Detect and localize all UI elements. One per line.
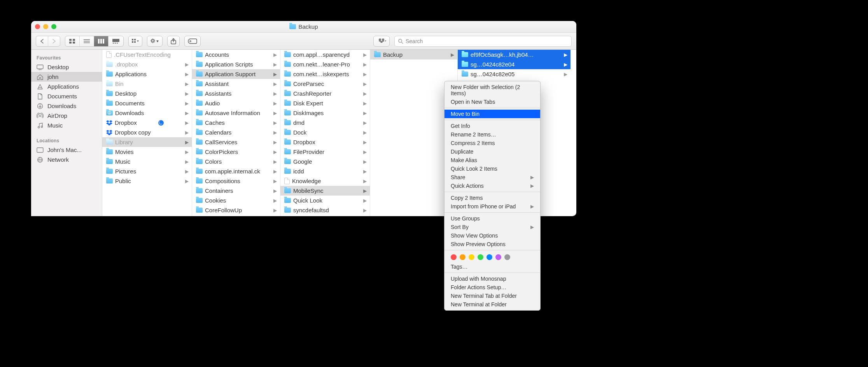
tag-color-dot[interactable] <box>451 254 457 260</box>
list-item[interactable]: Dropbox▶ <box>280 137 370 147</box>
tag-color-dot[interactable] <box>486 254 492 260</box>
menu-item-compress-2-items[interactable]: Compress 2 Items <box>444 139 540 147</box>
list-item[interactable]: Downloads▶ <box>102 108 192 118</box>
list-item[interactable]: dmd▶ <box>280 118 370 128</box>
list-item[interactable]: com.apple.internal.ck▶ <box>192 166 280 176</box>
list-item[interactable]: ef9fOc5asgk…kh,jb042463▶ <box>458 50 570 59</box>
menu-item-new-terminal-tab-at-folder[interactable]: New Terminal Tab at Folder <box>444 292 540 300</box>
list-item[interactable]: Application Support▶ <box>192 69 280 79</box>
menu-item-get-info[interactable]: Get Info <box>444 122 540 130</box>
list-item[interactable]: Desktop▶ <box>102 89 192 98</box>
menu-item-quick-look-2-items[interactable]: Quick Look 2 Items <box>444 164 540 173</box>
menu-item-import-from-iphone-or-ipad[interactable]: Import from iPhone or iPad▶ <box>444 202 540 211</box>
action-menu-button[interactable] <box>147 36 163 47</box>
list-item[interactable]: CoreParsec▶ <box>280 79 370 89</box>
list-item[interactable]: Documents▶ <box>102 98 192 108</box>
menu-item-quick-actions[interactable]: Quick Actions▶ <box>444 182 540 190</box>
list-item[interactable]: CallServices▶ <box>192 137 280 147</box>
menu-item-sort-by[interactable]: Sort By▶ <box>444 223 540 231</box>
column-view-button[interactable] <box>94 36 108 46</box>
list-item[interactable]: Cookies▶ <box>192 196 280 205</box>
menu-item-folder-actions-setup[interactable]: Folder Actions Setup… <box>444 283 540 292</box>
list-item[interactable]: Backup▶ <box>370 50 457 59</box>
menu-item-rename-2-items[interactable]: Rename 2 Items… <box>444 130 540 139</box>
group-by-button[interactable] <box>128 36 142 47</box>
icon-view-button[interactable] <box>65 36 80 46</box>
list-item[interactable]: CrashReporter▶ <box>280 89 370 98</box>
list-item[interactable]: Dock▶ <box>280 128 370 137</box>
list-item[interactable]: Assistants▶ <box>192 89 280 98</box>
tags-button[interactable] <box>184 36 201 47</box>
sidebar-item-john-s-mac-[interactable]: John's Mac... <box>31 145 102 155</box>
forward-button[interactable] <box>48 36 60 46</box>
list-item[interactable]: FileProvider▶ <box>280 147 370 157</box>
close-window-button[interactable] <box>35 24 40 29</box>
menu-item-move-to-bin[interactable]: Move to Bin <box>444 110 540 118</box>
back-button[interactable] <box>36 36 48 46</box>
menu-item-share[interactable]: Share▶ <box>444 173 540 182</box>
menu-item-copy-2-items[interactable]: Copy 2 Items <box>444 194 540 202</box>
tag-color-dot[interactable] <box>504 254 510 260</box>
sidebar-item-network[interactable]: Network <box>31 155 102 164</box>
list-item[interactable]: .CFUserTextEncoding <box>102 50 192 59</box>
list-item[interactable]: com.appl…sparencyd▶ <box>280 50 370 59</box>
list-item[interactable]: Audio▶ <box>192 98 280 108</box>
sidebar-item-downloads[interactable]: Downloads <box>31 101 102 111</box>
tag-color-dot[interactable] <box>478 254 483 260</box>
list-item[interactable]: Disk Expert▶ <box>280 98 370 108</box>
dropbox-toolbar-button[interactable] <box>373 36 390 47</box>
menu-item-new-terminal-at-folder[interactable]: New Terminal at Folder <box>444 300 540 309</box>
list-item[interactable]: Compositions▶ <box>192 176 280 186</box>
menu-item-duplicate[interactable]: Duplicate <box>444 147 540 156</box>
list-item[interactable]: com.nekt…leaner-Pro▶ <box>280 59 370 69</box>
sidebar-item-music[interactable]: Music <box>31 121 102 130</box>
list-item[interactable]: Bin▶ <box>102 79 192 89</box>
list-item[interactable]: Dropbox▶ <box>102 118 192 128</box>
sidebar-item-documents[interactable]: Documents <box>31 91 102 101</box>
list-item[interactable]: Accounts▶ <box>192 50 280 59</box>
list-item[interactable]: Library▶ <box>102 137 192 147</box>
list-item[interactable]: com.nekt…iskexperts▶ <box>280 69 370 79</box>
search-field[interactable]: Search <box>394 36 572 47</box>
share-button[interactable] <box>167 36 180 47</box>
list-item[interactable]: CoreFollowUp▶ <box>192 205 280 215</box>
list-item[interactable]: Calendars▶ <box>192 128 280 137</box>
list-item[interactable]: .dropbox▶ <box>102 59 192 69</box>
menu-item-tags[interactable]: Tags… <box>444 262 540 271</box>
list-item[interactable]: sg…0424c82e05▶ <box>458 69 570 79</box>
list-item[interactable]: Autosave Information▶ <box>192 108 280 118</box>
list-item[interactable]: Containers▶ <box>192 186 280 196</box>
menu-item-use-groups[interactable]: Use Groups <box>444 214 540 223</box>
list-item[interactable]: Caches▶ <box>192 118 280 128</box>
menu-item-show-preview-options[interactable]: Show Preview Options <box>444 240 540 248</box>
menu-item-upload-with-monosnap[interactable]: Upload with Monosnap <box>444 274 540 283</box>
sidebar-item-john[interactable]: john <box>31 72 102 82</box>
zoom-window-button[interactable] <box>51 24 56 29</box>
minimize-window-button[interactable] <box>43 24 48 29</box>
list-item[interactable]: Google▶ <box>280 157 370 166</box>
list-item[interactable]: Movies▶ <box>102 147 192 157</box>
list-item[interactable]: Application Scripts▶ <box>192 59 280 69</box>
list-item[interactable]: MobileSync▶ <box>280 186 370 196</box>
list-item[interactable]: icdd▶ <box>280 166 370 176</box>
list-item[interactable]: Music▶ <box>102 157 192 166</box>
tag-color-dot[interactable] <box>495 254 501 260</box>
tag-color-dot[interactable] <box>469 254 474 260</box>
list-item[interactable]: ColorPickers▶ <box>192 147 280 157</box>
list-item[interactable]: syncdefaultsd▶ <box>280 205 370 215</box>
sidebar-item-desktop[interactable]: Desktop <box>31 62 102 72</box>
tag-color-dot[interactable] <box>460 254 466 260</box>
list-item[interactable]: Dropbox copy▶ <box>102 128 192 137</box>
list-item[interactable]: Quick Look▶ <box>280 196 370 205</box>
list-item[interactable]: Applications▶ <box>102 69 192 79</box>
menu-item-make-alias[interactable]: Make Alias <box>444 156 540 164</box>
list-item[interactable]: DiskImages▶ <box>280 108 370 118</box>
gallery-view-button[interactable] <box>108 36 123 46</box>
sidebar-item-airdrop[interactable]: AirDrop <box>31 111 102 121</box>
list-item[interactable]: Colors▶ <box>192 157 280 166</box>
menu-item-open-in-new-tabs[interactable]: Open in New Tabs <box>444 98 540 106</box>
list-view-button[interactable] <box>80 36 94 46</box>
list-item[interactable]: Assistant▶ <box>192 79 280 89</box>
list-item[interactable]: Public▶ <box>102 176 192 186</box>
list-item[interactable]: Pictures▶ <box>102 166 192 176</box>
